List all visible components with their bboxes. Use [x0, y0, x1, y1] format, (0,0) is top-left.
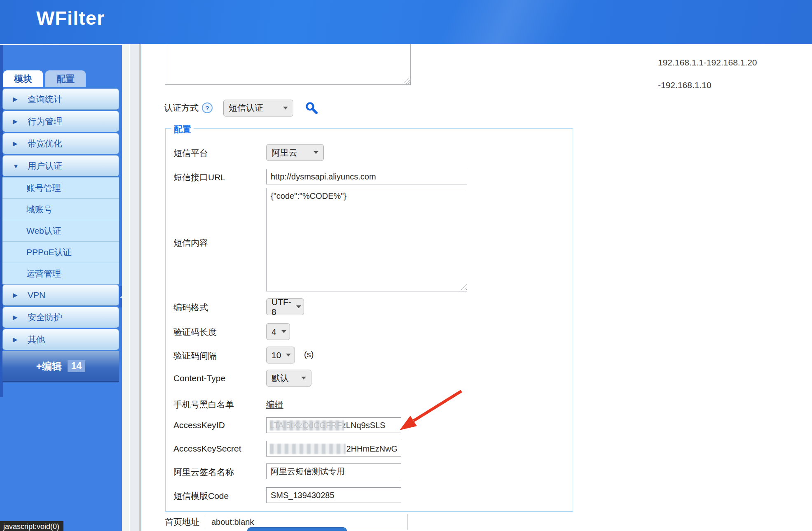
content-type-label: Content-Type: [173, 373, 225, 383]
edit-modules-label: +编辑: [36, 360, 62, 373]
chevron-right-icon: ▶: [13, 140, 19, 147]
chevron-right-icon: ▶: [13, 291, 19, 299]
chevron-down-icon: [296, 305, 301, 308]
sidebar-subitem-domain-account[interactable]: 域账号: [2, 199, 119, 220]
sidebar-item-label: 行为管理: [28, 116, 62, 127]
config-fieldset: 配置 短信平台 阿里云 短信接口URL 短信内容 {"code":"%CODE%…: [165, 128, 573, 512]
sidebar-item-label: VPN: [28, 290, 45, 300]
sms-api-url-row: 短信接口URL: [166, 168, 573, 185]
code-interval-select[interactable]: 10: [266, 347, 295, 363]
sidebar-menu: ▶ 查询统计 ▶ 行为管理 ▶ 带宽优化 ▼ 用户认证 账号管理 域账号: [2, 88, 119, 382]
resize-grip-icon[interactable]: [403, 77, 410, 84]
content-type-row: Content-Type 默认: [166, 369, 573, 387]
aliyun-sign-name-row: 阿里云签名名称: [166, 463, 573, 479]
code-length-value: 4: [271, 327, 276, 337]
sms-platform-value: 阿里云: [271, 147, 297, 158]
search-icon[interactable]: [305, 101, 318, 114]
code-interval-label: 验证码间隔: [173, 350, 217, 361]
homepage-label: 首页地址: [165, 516, 199, 528]
aliyun-sign-name-label: 阿里云签名名称: [173, 466, 234, 478]
app-header: WFilter: [0, 0, 812, 44]
sidebar-subitem-account-mgmt[interactable]: 账号管理: [2, 177, 119, 199]
sidebar-item-label: 查询统计: [28, 93, 62, 105]
code-length-label: 验证码长度: [173, 326, 217, 338]
sidebar-item-other[interactable]: ▶ 其他: [2, 329, 119, 350]
access-key-secret-row: AccessKeySecret 2HHmEzNwG: [166, 441, 573, 456]
redaction-blur-block: [270, 444, 346, 454]
main-content: 认证方式 ? 短信认证 配置 短信平台 阿里云: [141, 44, 812, 531]
ip-range-line2: -192.168.1.10: [658, 80, 711, 90]
sidebar-item-label: 用户认证: [28, 160, 62, 172]
sidebar-item-bandwidth[interactable]: ▶ 带宽优化: [2, 133, 119, 154]
access-key-secret-input[interactable]: 2HHmEzNwG: [266, 441, 401, 456]
sms-api-url-label: 短信接口URL: [173, 172, 225, 183]
submit-button[interactable]: [247, 527, 347, 531]
sms-api-url-input[interactable]: [266, 169, 467, 184]
encoding-select[interactable]: UTF-8: [266, 298, 304, 315]
sidebar: 模块 配置 ▶ 查询统计 ▶ 行为管理 ▶ 带宽优化 ▼ 用户认证 账号管理: [0, 45, 122, 531]
edit-count-badge: 14: [68, 360, 86, 372]
status-link-tooltip: javascript:void(0): [0, 521, 63, 531]
code-interval-unit: (s): [304, 350, 314, 359]
sms-content-textarea[interactable]: {"code":"%CODE%"}: [266, 188, 467, 291]
sidebar-item-behavior[interactable]: ▶ 行为管理: [2, 111, 119, 132]
sidebar-item-user-auth[interactable]: ▼ 用户认证: [2, 155, 119, 177]
code-length-row: 验证码长度 4: [166, 323, 573, 340]
sms-content-row: 短信内容 {"code":"%CODE%"}: [166, 188, 573, 291]
access-key-secret-label: AccessKeySecret: [173, 444, 241, 454]
sidebar-item-label: 账号管理: [26, 182, 61, 194]
frame-scrollbar-track[interactable]: [130, 44, 140, 531]
sidebar-item-label: 带宽优化: [28, 138, 62, 149]
frame-gutter: [122, 44, 130, 531]
code-interval-row: 验证码间隔 10 (s): [166, 346, 573, 363]
chevron-down-icon: [281, 330, 286, 333]
wfilter-admin-screen: WFilter 模块 配置 ▶ 查询统计 ▶ 行为管理 ▶ 带宽优化 ▼ 用户认…: [0, 0, 812, 531]
redaction-blur-overlay: [270, 420, 344, 431]
wfilter-logo: WFilter: [36, 7, 105, 29]
phone-list-label: 手机号黑白名单: [173, 399, 234, 410]
sms-platform-row: 短信平台 阿里云: [166, 144, 573, 162]
chevron-down-icon: [314, 151, 318, 154]
sidebar-item-label: PPPoE认证: [26, 247, 72, 258]
sms-platform-label: 短信平台: [173, 147, 208, 159]
auth-method-select[interactable]: 短信认证: [223, 100, 293, 116]
sidebar-subitem-pppoe-auth[interactable]: PPPoE认证: [2, 242, 119, 263]
sms-template-code-row: 短信模版Code: [166, 487, 573, 503]
chevron-down-icon: [301, 377, 306, 380]
access-key-id-input[interactable]: LTAI5tKzQdCGFRFzLNq9sSLS: [266, 417, 401, 433]
chevron-down-icon: [283, 107, 288, 109]
sidebar-item-vpn[interactable]: ▶ VPN: [2, 284, 119, 306]
access-key-secret-visible-value: 2HHmEzNwG: [346, 444, 398, 454]
help-icon[interactable]: ?: [202, 102, 213, 113]
sms-template-code-label: 短信模版Code: [173, 490, 229, 502]
content-type-value: 默认: [271, 373, 289, 384]
tab-config[interactable]: 配置: [45, 70, 86, 87]
encoding-label: 编码格式: [173, 302, 208, 313]
config-legend: 配置: [171, 123, 194, 135]
auth-method-row: 认证方式 ? 短信认证: [164, 99, 318, 117]
aliyun-sign-name-input[interactable]: [266, 463, 401, 479]
chevron-right-icon: ▶: [13, 95, 19, 103]
chevron-down-icon: ▼: [13, 163, 19, 170]
auth-method-value: 短信认证: [229, 102, 263, 114]
sidebar-subitem-operation-mgmt[interactable]: 运营管理: [2, 263, 119, 284]
chevron-right-icon: ▶: [13, 118, 19, 125]
sidebar-item-query-stats[interactable]: ▶ 查询统计: [2, 88, 119, 110]
chevron-right-icon: ▶: [13, 336, 19, 343]
sidebar-subitem-web-auth[interactable]: Web认证: [2, 220, 119, 242]
encoding-row: 编码格式 UTF-8: [166, 298, 573, 315]
content-type-select[interactable]: 默认: [266, 370, 311, 387]
top-textarea-clipped[interactable]: [165, 44, 411, 85]
sms-content-label: 短信内容: [173, 237, 208, 249]
edit-modules-button[interactable]: +编辑 14: [2, 351, 119, 382]
code-length-select[interactable]: 4: [266, 323, 290, 340]
sms-template-code-input[interactable]: [266, 487, 401, 503]
sidebar-item-label: 运营管理: [26, 268, 61, 279]
phone-list-edit-link[interactable]: 编辑: [266, 399, 283, 410]
auth-method-label: 认证方式: [164, 102, 199, 114]
sms-platform-select[interactable]: 阿里云: [266, 144, 324, 161]
access-key-id-row: AccessKeyID LTAI5tKzQdCGFRFzLNq9sSLS: [166, 417, 573, 433]
tab-modules[interactable]: 模块: [3, 70, 43, 87]
sidebar-item-security[interactable]: ▶ 安全防护: [2, 307, 119, 328]
chevron-down-icon: [286, 354, 291, 356]
